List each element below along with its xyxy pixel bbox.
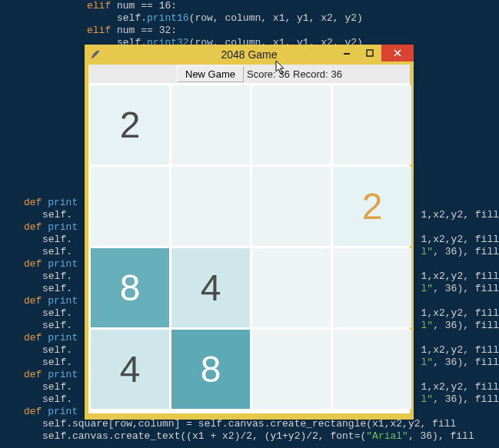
tile-8: 8 xyxy=(91,248,169,327)
empty-cell xyxy=(171,167,250,246)
tile-2: 2 xyxy=(91,85,169,164)
svg-rect-1 xyxy=(367,50,373,56)
code-line: self.canvas.create_text((x1 + x2)/2, (y1… xyxy=(0,430,499,443)
tile-value: 2 xyxy=(362,185,383,227)
score-label: Score: xyxy=(247,68,276,80)
score-value: 36 xyxy=(279,68,290,80)
code-line: elif num == 16: xyxy=(0,0,499,12)
tile-4: 4 xyxy=(171,248,250,327)
code-line: elif num == 32: xyxy=(0,25,499,37)
tile-8: 8 xyxy=(171,330,250,409)
tk-feather-icon xyxy=(89,48,101,61)
tile-4: 4 xyxy=(91,330,169,409)
tile-value: 8 xyxy=(201,348,221,390)
code-line: self.square[row,column] = self.canvas.cr… xyxy=(0,418,499,430)
empty-cell xyxy=(252,85,331,164)
game-toolbar: New Game Score: 36 Record: 36 xyxy=(88,65,410,83)
tile-value: 4 xyxy=(201,267,221,309)
game-window: 2048 Game New Game Score: 36 Record: 36 … xyxy=(85,45,414,420)
game-board[interactable]: 228448 xyxy=(88,83,410,413)
empty-cell xyxy=(252,167,331,246)
empty-cell xyxy=(91,167,169,246)
empty-cell xyxy=(333,248,411,327)
code-line: self.print16(row, column, x1, y1, x2, y2… xyxy=(0,12,499,25)
minimize-button[interactable] xyxy=(335,45,358,61)
svg-rect-0 xyxy=(344,53,350,55)
titlebar[interactable]: 2048 Game xyxy=(85,45,414,65)
new-game-button[interactable]: New Game xyxy=(177,65,244,82)
tile-value: 2 xyxy=(120,104,141,146)
close-button[interactable] xyxy=(381,45,414,61)
record-label: Record: xyxy=(293,68,328,80)
tile-value: 8 xyxy=(120,267,141,309)
tile-value: 4 xyxy=(120,348,141,390)
empty-cell xyxy=(171,85,250,164)
empty-cell xyxy=(333,85,411,164)
empty-cell xyxy=(252,248,331,327)
tile-2: 2 xyxy=(333,167,411,246)
maximize-button[interactable] xyxy=(358,45,381,61)
empty-cell xyxy=(333,330,411,409)
record-value: 36 xyxy=(331,68,342,80)
empty-cell xyxy=(252,330,331,409)
window-controls xyxy=(335,45,414,61)
